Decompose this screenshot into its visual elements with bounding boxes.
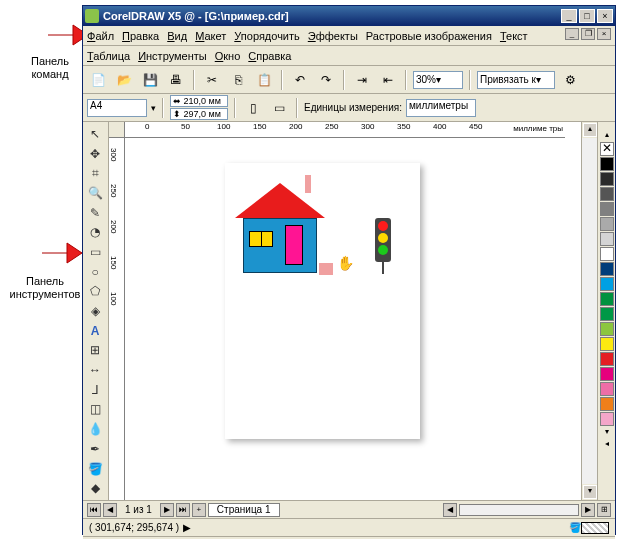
swatch[interactable]	[600, 232, 614, 246]
new-button[interactable]: 📄	[87, 69, 109, 91]
swatch[interactable]	[600, 172, 614, 186]
scroll-right-button[interactable]: ▶	[581, 503, 595, 517]
units-select[interactable]: миллиметры	[406, 99, 476, 117]
palette-flyout-button[interactable]: ◂	[600, 439, 614, 449]
swatch[interactable]	[600, 292, 614, 306]
import-button[interactable]: ⇥	[351, 69, 373, 91]
swatch-none[interactable]: ✕	[600, 142, 614, 156]
zoom-tool[interactable]: 🔍	[83, 183, 107, 203]
menu-text[interactable]: Текст	[500, 30, 528, 42]
redo-button[interactable]: ↷	[315, 69, 337, 91]
swatch[interactable]	[600, 367, 614, 381]
house-roof[interactable]	[235, 183, 325, 218]
minimize-button[interactable]: _	[561, 9, 577, 23]
ellipse-tool[interactable]: ○	[83, 262, 107, 282]
zoom-select[interactable]: 30% ▾	[413, 71, 463, 89]
shape-tool[interactable]: ✥	[83, 144, 107, 164]
swatch[interactable]	[600, 337, 614, 351]
table-tool[interactable]: ⊞	[83, 341, 107, 361]
ruler-horizontal[interactable]: 0 50 100 150 200 250 300 350 400 450 мил…	[125, 122, 565, 138]
interactive-fill-tool[interactable]: ◆	[83, 478, 107, 498]
traffic-light[interactable]	[375, 218, 391, 262]
swatch[interactable]	[600, 202, 614, 216]
rectangle-tool[interactable]: ▭	[83, 242, 107, 262]
menu-layout[interactable]: Макет	[195, 30, 226, 42]
palette-down-button[interactable]: ▾	[600, 427, 614, 437]
ruler-origin[interactable]	[109, 122, 125, 138]
doc-minimize-button[interactable]: _	[565, 28, 579, 40]
scroll-down-button[interactable]: ▾	[583, 485, 597, 499]
swatch[interactable]	[600, 187, 614, 201]
page-height-input[interactable]: ⬍ 297,0 мм	[170, 108, 228, 120]
nav-next-button[interactable]: ▶	[160, 503, 174, 517]
house-window[interactable]	[249, 231, 273, 247]
swatch[interactable]	[600, 307, 614, 321]
menu-bitmaps[interactable]: Растровые изображения	[366, 30, 492, 42]
swatch[interactable]	[600, 382, 614, 396]
page[interactable]: ✋	[225, 163, 420, 439]
page-width-input[interactable]: ⬌ 210,0 мм	[170, 95, 228, 107]
text-tool[interactable]: A	[83, 321, 107, 341]
open-button[interactable]: 📂	[113, 69, 135, 91]
paste-button[interactable]: 📋	[253, 69, 275, 91]
swatch[interactable]	[600, 352, 614, 366]
nav-first-button[interactable]: ⏮	[87, 503, 101, 517]
save-button[interactable]: 💾	[139, 69, 161, 91]
menu-arrange[interactable]: Упорядочить	[234, 30, 299, 42]
swatch[interactable]	[600, 262, 614, 276]
snap-select[interactable]: Привязать к ▾	[477, 71, 555, 89]
doc-close-button[interactable]: ×	[597, 28, 611, 40]
page-tab[interactable]: Страница 1	[208, 503, 280, 517]
menu-window[interactable]: Окно	[215, 50, 241, 62]
fill-tool[interactable]: 🪣	[83, 459, 107, 479]
scroll-up-button[interactable]: ▴	[583, 123, 597, 137]
undo-button[interactable]: ↶	[289, 69, 311, 91]
smart-fill-tool[interactable]: ◔	[83, 222, 107, 242]
drawing-area[interactable]: ✋	[125, 138, 565, 500]
crop-tool[interactable]: ⌗	[83, 163, 107, 183]
landscape-button[interactable]: ▭	[268, 97, 290, 119]
menu-effects[interactable]: Эффекты	[308, 30, 358, 42]
navigator-button[interactable]: ⊞	[597, 503, 611, 517]
ruler-vertical[interactable]: 300 250 200 150 100	[109, 138, 125, 500]
print-button[interactable]: 🖶	[165, 69, 187, 91]
swatch[interactable]	[600, 247, 614, 261]
pick-tool[interactable]: ↖	[83, 124, 107, 144]
close-button[interactable]: ×	[597, 9, 613, 23]
titlebar[interactable]: CorelDRAW X5 @ - [G:\пример.cdr] _ □ ×	[83, 6, 615, 26]
swatch[interactable]	[600, 322, 614, 336]
export-button[interactable]: ⇤	[377, 69, 399, 91]
palette-up-button[interactable]: ▴	[600, 130, 614, 140]
menu-edit[interactable]: Правка	[122, 30, 159, 42]
eyedropper-tool[interactable]: 💧	[83, 419, 107, 439]
scroll-left-button[interactable]: ◀	[443, 503, 457, 517]
nav-prev-button[interactable]: ◀	[103, 503, 117, 517]
scrollbar-horizontal[interactable]	[459, 504, 579, 516]
freehand-tool[interactable]: ✎	[83, 203, 107, 223]
menu-help[interactable]: Справка	[248, 50, 291, 62]
copy-button[interactable]: ⎘	[227, 69, 249, 91]
scrollbar-vertical[interactable]: ▴ ▾	[581, 122, 597, 500]
portrait-button[interactable]: ▯	[242, 97, 264, 119]
polygon-tool[interactable]: ⬠	[83, 282, 107, 302]
house-steps[interactable]	[319, 263, 333, 275]
blend-tool[interactable]: ◫	[83, 400, 107, 420]
menu-view[interactable]: Вид	[167, 30, 187, 42]
dimension-tool[interactable]: ↔	[83, 360, 107, 380]
outline-tool[interactable]: ✒	[83, 439, 107, 459]
menu-file[interactable]: Файл	[87, 30, 114, 42]
cut-button[interactable]: ✂	[201, 69, 223, 91]
maximize-button[interactable]: □	[579, 9, 595, 23]
options-button[interactable]: ⚙	[559, 69, 581, 91]
nav-last-button[interactable]: ⏭	[176, 503, 190, 517]
add-page-button[interactable]: +	[192, 503, 206, 517]
doc-restore-button[interactable]: ❐	[581, 28, 595, 40]
swatch[interactable]	[600, 397, 614, 411]
menu-tools[interactable]: Инструменты	[138, 50, 207, 62]
connector-tool[interactable]: ⅃	[83, 380, 107, 400]
status-fill-swatch[interactable]	[581, 522, 609, 534]
swatch[interactable]	[600, 157, 614, 171]
swatch[interactable]	[600, 277, 614, 291]
paper-size-select[interactable]: A4	[87, 99, 147, 117]
menu-table[interactable]: Таблица	[87, 50, 130, 62]
